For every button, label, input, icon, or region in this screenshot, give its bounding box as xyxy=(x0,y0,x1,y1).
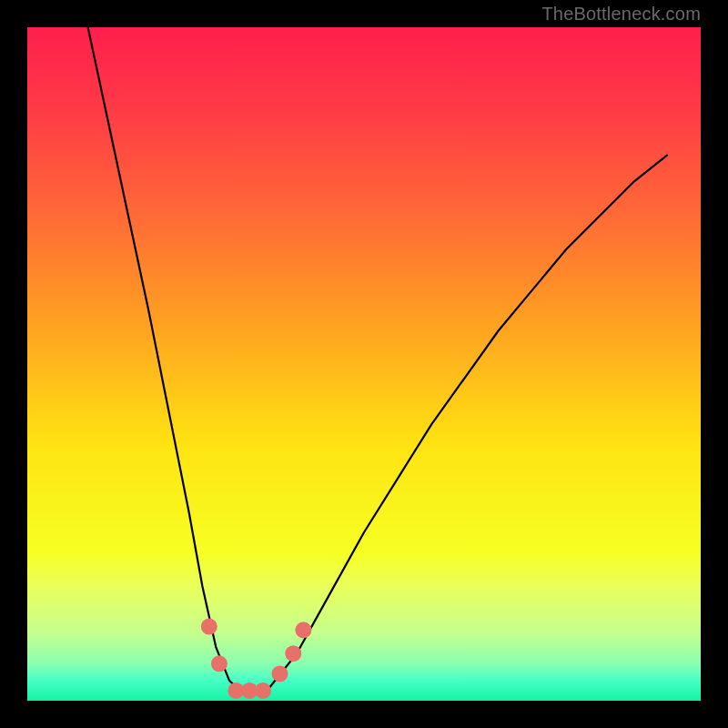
plot-area xyxy=(27,27,701,701)
marker-dot xyxy=(201,619,217,635)
gradient-background xyxy=(27,27,701,701)
marker-dot xyxy=(285,645,301,662)
watermark-text: TheBottleneck.com xyxy=(541,4,701,25)
outer-frame: TheBottleneck.com xyxy=(0,0,728,728)
marker-dot xyxy=(272,665,288,682)
marker-dot xyxy=(295,622,311,638)
marker-dot xyxy=(255,682,271,699)
chart-svg xyxy=(27,27,701,701)
marker-dot xyxy=(211,655,228,672)
